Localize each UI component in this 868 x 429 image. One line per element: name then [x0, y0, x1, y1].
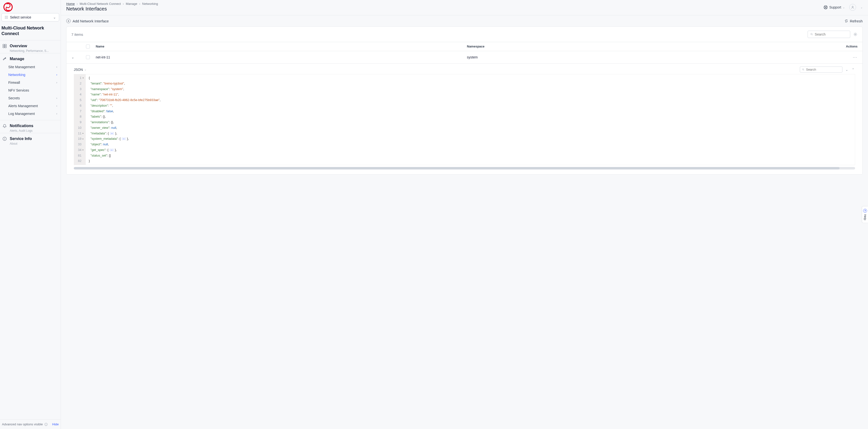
- chevron-right-icon: ›: [56, 112, 57, 116]
- svg-line-28: [812, 35, 812, 35]
- main: Home›Multi-Cloud Network Connect›Manage›…: [61, 0, 868, 429]
- hide-button[interactable]: Hide: [52, 422, 59, 426]
- line-number: 5: [78, 97, 84, 103]
- nav-manage: Manage Site Management›Networking›Firewa…: [0, 53, 61, 120]
- chevron-right-icon: ›: [56, 81, 57, 84]
- row-namespace: system: [467, 55, 838, 59]
- json-search-input[interactable]: [806, 68, 840, 71]
- manage-label: Manage: [10, 57, 24, 61]
- row-expansion: JSON ⌄ ⌄ ⌃ 1▾234567891011▸19▸3334▸8182: [66, 64, 862, 174]
- chevron-right-icon: ›: [56, 65, 57, 69]
- breadcrumb-item[interactable]: Home: [66, 2, 75, 6]
- support-menu[interactable]: Support ⌄: [824, 5, 845, 9]
- code-line: "labels": {},: [89, 114, 852, 120]
- sidebar-item-site-management[interactable]: Site Management›: [0, 63, 61, 71]
- chevron-down-icon: ⌄: [53, 15, 56, 19]
- svg-point-19: [46, 423, 46, 424]
- chevron-down-icon: ⌄: [84, 68, 87, 71]
- service-selector[interactable]: Select service ⌄: [1, 13, 59, 22]
- sidebar-item-alerts-management[interactable]: Alerts Management›: [0, 102, 61, 110]
- svg-line-23: [826, 6, 827, 7]
- breadcrumb-item[interactable]: Multi-Cloud Network Connect: [80, 2, 121, 6]
- sidebar-item-secrets[interactable]: Secrets›: [0, 94, 61, 102]
- sidebar-item-networking[interactable]: Networking›: [0, 71, 61, 79]
- info-icon: [2, 137, 7, 141]
- format-selector[interactable]: JSON ⌄: [74, 68, 87, 72]
- line-number[interactable]: 11▸: [78, 131, 84, 136]
- service-info-subtitle: About: [0, 142, 61, 146]
- line-number[interactable]: 1▾: [78, 75, 84, 81]
- svg-point-7: [5, 18, 6, 19]
- product-title: Multi-Cloud Network Connect: [0, 24, 61, 40]
- bell-icon: [2, 124, 7, 128]
- line-number[interactable]: 19▸: [78, 136, 84, 142]
- chevron-right-icon: ›: [56, 104, 57, 108]
- notifications-label: Notifications: [10, 124, 33, 128]
- chevron-right-icon: ›: [56, 96, 57, 100]
- support-icon: [824, 5, 828, 9]
- notifications-subtitle: Alerts, Audit Logs: [0, 129, 61, 133]
- search-icon: [810, 33, 813, 36]
- line-number: 4: [78, 92, 84, 97]
- chevron-right-icon: ›: [56, 73, 57, 76]
- breadcrumb-item[interactable]: Manage: [126, 2, 137, 6]
- svg-point-2: [6, 16, 7, 16]
- nav-notifications[interactable]: Notifications Alerts, Audit Logs: [0, 120, 61, 133]
- table-search-input[interactable]: [815, 32, 847, 36]
- horizontal-scrollbar[interactable]: [74, 167, 855, 169]
- sidebar-item-firewall[interactable]: Firewall›: [0, 79, 61, 87]
- svg-point-5: [6, 17, 7, 18]
- overview-subtitle: Networking, Performance, S...: [0, 49, 61, 53]
- nav-service-info[interactable]: Service Info About: [0, 133, 61, 146]
- svg-point-4: [5, 17, 6, 18]
- refresh-button[interactable]: Refresh: [844, 19, 863, 23]
- sidebar-item-log-management[interactable]: Log Management›: [0, 110, 61, 118]
- table-card: 7 items Name Namespace Actions ⌄: [66, 27, 863, 174]
- question-icon: ?: [863, 209, 867, 213]
- table-search[interactable]: [808, 31, 850, 38]
- row-actions-menu[interactable]: ⋯: [838, 55, 858, 60]
- code-line: "name": "net-int-11",: [89, 92, 852, 97]
- code-line: "status_set": []: [89, 153, 852, 159]
- sidebar-footer: Advanced nav options visible Hide: [0, 419, 61, 429]
- select-all-checkbox[interactable]: [86, 44, 90, 48]
- add-network-interface-button[interactable]: + Add Network Interface: [66, 19, 108, 23]
- json-search[interactable]: [800, 66, 842, 72]
- sidebar: Select service ⌄ Multi-Cloud Network Con…: [0, 0, 61, 429]
- code-line: "disabled": false,: [89, 108, 852, 114]
- svg-rect-12: [3, 46, 4, 48]
- expand-row-toggle[interactable]: ⌄: [71, 55, 86, 59]
- logo[interactable]: [0, 0, 61, 13]
- search-prev[interactable]: ⌃: [851, 67, 855, 72]
- info-icon: [44, 423, 48, 426]
- breadcrumb: Home›Multi-Cloud Network Connect›Manage›…: [66, 2, 158, 6]
- user-icon: [851, 5, 855, 9]
- chevron-down-icon[interactable]: ⌄: [861, 6, 863, 9]
- chevron-down-icon: ⌄: [843, 6, 845, 9]
- user-avatar[interactable]: [849, 4, 856, 11]
- code-line: "uid": "708731b8-fb20-4862-8c5e-bfe275b9…: [89, 97, 852, 103]
- refresh-icon: [844, 19, 848, 23]
- row-name[interactable]: net-int-11: [96, 55, 467, 59]
- svg-rect-13: [5, 46, 6, 48]
- sidebar-item-nfv-services[interactable]: NFV Services: [0, 87, 61, 94]
- page-title: Network Interfaces: [66, 6, 158, 12]
- svg-point-0: [4, 3, 12, 11]
- nav-overview[interactable]: Overview Networking, Performance, S...: [0, 40, 61, 53]
- col-namespace: Namespace: [467, 44, 838, 48]
- row-checkbox[interactable]: [86, 55, 90, 59]
- help-tab[interactable]: ? Help: [862, 206, 868, 223]
- breadcrumb-item: Networking: [142, 2, 158, 6]
- svg-line-31: [803, 70, 804, 70]
- gear-icon[interactable]: [853, 32, 858, 36]
- line-number: 2: [78, 81, 84, 87]
- svg-point-8: [6, 18, 7, 19]
- line-number: 9: [78, 120, 84, 125]
- code-line: "object": null,: [89, 142, 852, 147]
- svg-point-6: [7, 17, 8, 18]
- search-next[interactable]: ⌄: [845, 67, 849, 72]
- service-info-label: Service Info: [10, 137, 32, 141]
- toolbar: + Add Network Interface Refresh: [61, 15, 868, 27]
- line-number[interactable]: 34▸: [78, 147, 84, 153]
- code-line: "namespace": "system",: [89, 87, 852, 92]
